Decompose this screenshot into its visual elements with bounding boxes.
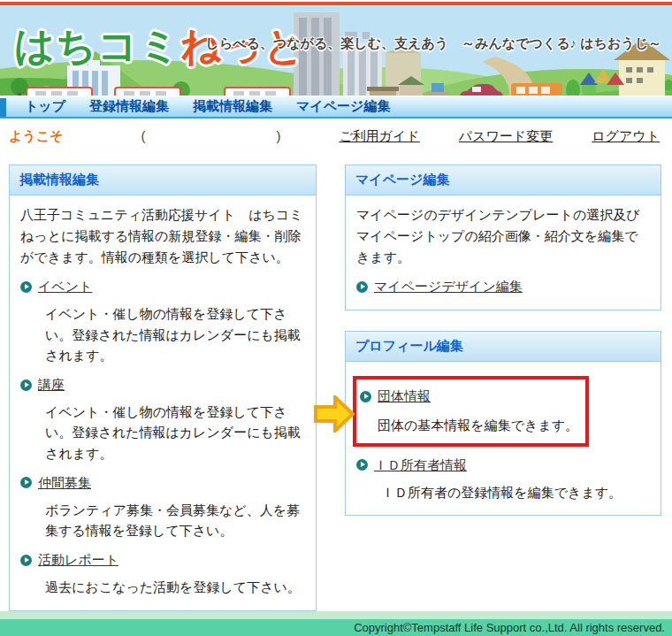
user-links: ご利用ガイド パスワード変更 ログアウト <box>339 128 661 145</box>
arrow-bullet-icon <box>360 391 371 402</box>
site-tagline: しらべる、つながる、楽しむ、支えあう ～みんなでつくる♪ はちおうじ～ <box>206 35 661 52</box>
id-owner-link-label: ＩＤ所有者情報 <box>374 455 467 476</box>
copyright-text: Copyright©Tempstaff Life Support co.,Ltd… <box>354 621 665 634</box>
panel-profile: プロフィール編集 団体情報 団体の基本情報を編集できます。 <box>345 331 661 516</box>
yellow-arrow-icon <box>314 395 355 433</box>
panel-keisai: 掲載情報編集 八王子コミュニティ活動応援サイト はちコミねっとに掲載する情報の新… <box>9 165 317 610</box>
panel-keisai-title: 掲載情報編集 <box>10 165 316 195</box>
dantai-info-description: 団体の基本情報を編集できます。 <box>378 415 578 435</box>
right-column: マイページ編集 マイページのデザインテンプレートの選択及びマイページトップの紹介… <box>345 165 661 516</box>
panel-mypage-body: マイページのデザインテンプレートの選択及びマイページトップの紹介画像・紹介文を編… <box>346 195 661 310</box>
nav-accent-block <box>0 98 6 117</box>
arrow-bullet-icon <box>356 459 368 471</box>
nakama-link[interactable]: 仲間募集 <box>20 472 91 494</box>
event-link[interactable]: イベント <box>20 276 92 297</box>
main-content: 掲載情報編集 八王子コミュニティ活動応援サイト はちコミねっとに掲載する情報の新… <box>0 159 672 610</box>
panel-profile-body: 団体情報 団体の基本情報を編集できます。 ＩＤ所有者情報 ＩＤ所有者の登録情報を… <box>346 362 661 515</box>
mypage-design-link-label: マイページデザイン編集 <box>374 276 523 297</box>
event-description: イベント・催し物の情報を登録して下さい。登録された情報はカレンダーにも掲載されま… <box>45 303 305 365</box>
arrow-bullet-icon <box>20 281 32 293</box>
footer-light-band <box>0 611 672 619</box>
arrow-bullet-icon <box>356 281 368 293</box>
panel-profile-title: プロフィール編集 <box>346 332 661 362</box>
arrow-bullet-icon <box>20 555 32 566</box>
arrow-bullet-icon <box>20 477 32 488</box>
site-header: はちコミねっと しらべる、つながる、楽しむ、支えあう ～みんなでつくる♪ はちお… <box>0 5 672 95</box>
nav-item-keisai[interactable]: 掲載情報編集 <box>193 98 272 115</box>
dantai-info-link-label: 団体情報 <box>378 386 431 407</box>
logo-text-green: はちコミ <box>14 23 180 68</box>
password-change-link[interactable]: パスワード変更 <box>459 128 553 145</box>
nav-item-touroku[interactable]: 登録情報編集 <box>89 98 169 115</box>
mypage-design-link[interactable]: マイページデザイン編集 <box>356 276 523 297</box>
welcome-row: ようこそ ( ) ご利用ガイド パスワード変更 ログアウト <box>0 119 672 160</box>
arrow-bullet-icon <box>20 379 32 391</box>
dantai-highlight-box: 団体情報 団体の基本情報を編集できます。 <box>353 376 589 446</box>
left-column: 掲載情報編集 八王子コミュニティ活動応援サイト はちコミねっとに掲載する情報の新… <box>9 165 317 610</box>
id-owner-description: ＩＤ所有者の登録情報を編集できます。 <box>381 482 650 502</box>
welcome-paren-close: ) <box>276 128 280 143</box>
panel-keisai-body: 八王子コミュニティ活動応援サイト はちコミねっとに掲載する情報の新規登録・編集・… <box>10 195 316 609</box>
report-description: 過去におこなった活動を登録して下さい。 <box>45 577 305 597</box>
nakama-link-label: 仲間募集 <box>38 472 91 494</box>
report-link[interactable]: 活動レポート <box>20 549 118 571</box>
footer: Copyright©Tempstaff Life Support co.,Ltd… <box>0 619 672 636</box>
kouza-link[interactable]: 講座 <box>20 374 65 395</box>
panel-mypage-description: マイページのデザインテンプレートの選択及びマイページトップの紹介画像・紹介文を編… <box>356 204 650 268</box>
welcome-paren-open: ( <box>141 128 145 143</box>
welcome-greeting: ようこそ <box>9 128 63 145</box>
guide-link[interactable]: ご利用ガイド <box>339 128 419 145</box>
kouza-link-label: 講座 <box>38 374 65 395</box>
panel-mypage: マイページ編集 マイページのデザインテンプレートの選択及びマイページトップの紹介… <box>345 165 661 310</box>
kouza-description: イベント・催し物の情報を登録して下さい。登録された情報はカレンダーにも掲載されま… <box>45 402 305 464</box>
main-nav: トップ 登録情報編集 掲載情報編集 マイページ編集 <box>0 96 672 119</box>
id-owner-link[interactable]: ＩＤ所有者情報 <box>356 455 467 476</box>
logout-link[interactable]: ログアウト <box>592 128 660 145</box>
panel-keisai-description: 八王子コミュニティ活動応援サイト はちコミねっとに掲載する情報の新規登録・編集・… <box>20 204 305 268</box>
event-link-label: イベント <box>38 276 92 297</box>
dantai-info-link[interactable]: 団体情報 <box>360 386 431 407</box>
nakama-description: ボランティア募集・会員募集など、人を募集する情報を登録して下さい。 <box>45 500 305 541</box>
report-link-label: 活動レポート <box>38 549 118 571</box>
nav-item-mypage[interactable]: マイページ編集 <box>296 98 390 115</box>
nav-item-top[interactable]: トップ <box>25 98 65 115</box>
panel-mypage-title: マイページ編集 <box>346 165 661 195</box>
